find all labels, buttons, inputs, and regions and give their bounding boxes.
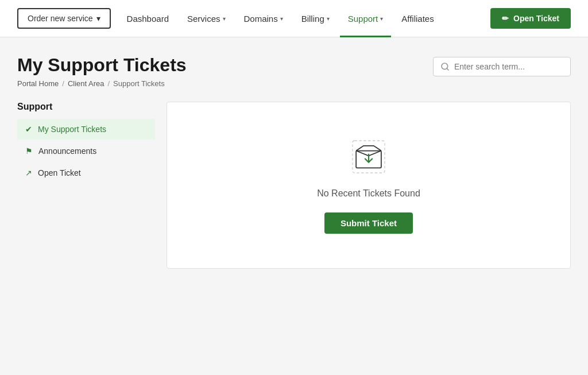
ticket-icon: ✔	[25, 125, 32, 134]
pencil-icon: ✏	[502, 14, 509, 23]
nav-domains[interactable]: Domains ▾	[236, 0, 291, 37]
billing-chevron-icon: ▾	[327, 16, 330, 22]
no-tickets-text: No Recent Tickets Found	[317, 188, 420, 199]
search-icon	[440, 62, 450, 71]
no-tickets-icon	[349, 137, 389, 177]
search-input[interactable]	[454, 62, 563, 71]
nav-billing[interactable]: Billing ▾	[293, 0, 338, 37]
open-ticket-button[interactable]: ✏ Open Ticket	[490, 8, 571, 29]
order-btn-label: Order new service	[28, 14, 93, 23]
sidebar-label-my-support-tickets: My Support Tickets	[38, 125, 106, 134]
sidebar-item-my-support-tickets[interactable]: ✔ My Support Tickets	[17, 119, 155, 140]
sidebar-item-open-ticket[interactable]: ↗ Open Ticket	[17, 163, 155, 183]
page-title-section: My Support Tickets Portal Home / Client …	[17, 55, 187, 88]
content-area: My Support Tickets Portal Home / Client …	[0, 37, 588, 375]
page-title: My Support Tickets	[17, 55, 187, 76]
search-box[interactable]	[433, 57, 571, 76]
external-link-icon: ↗	[25, 168, 32, 177]
breadcrumb: Portal Home / Client Area / Support Tick…	[17, 79, 187, 88]
services-chevron-icon: ▾	[223, 16, 226, 22]
order-btn-chevron: ▾	[96, 14, 100, 23]
nav-support[interactable]: Support ▾	[340, 0, 392, 37]
sidebar-item-announcements[interactable]: ⚑ Announcements	[17, 141, 155, 161]
breadcrumb-current: Support Tickets	[113, 79, 165, 88]
nav-affiliates[interactable]: Affiliates	[393, 0, 442, 37]
order-new-service-button[interactable]: Order new service ▾	[17, 8, 111, 29]
svg-line-1	[447, 68, 448, 70]
sidebar: Support ✔ My Support Tickets ⚑ Announcem…	[17, 102, 155, 184]
navbar: Order new service ▾ Dashboard Services ▾…	[0, 0, 588, 37]
page-header: My Support Tickets Portal Home / Client …	[17, 55, 571, 88]
main-layout: Support ✔ My Support Tickets ⚑ Announcem…	[17, 102, 571, 269]
flag-icon: ⚑	[25, 146, 33, 156]
support-chevron-icon: ▾	[380, 16, 383, 22]
sidebar-label-announcements: Announcements	[38, 146, 96, 156]
nav-services[interactable]: Services ▾	[179, 0, 234, 37]
domains-chevron-icon: ▾	[280, 16, 283, 22]
nav-dashboard[interactable]: Dashboard	[119, 0, 177, 37]
sidebar-heading: Support	[17, 102, 155, 112]
breadcrumb-sep-2: /	[107, 79, 110, 88]
breadcrumb-sep-1: /	[62, 79, 64, 88]
sidebar-label-open-ticket: Open Ticket	[38, 168, 81, 177]
submit-ticket-button[interactable]: Submit Ticket	[324, 212, 413, 234]
breadcrumb-client-area[interactable]: Client Area	[68, 79, 105, 88]
main-panel: No Recent Tickets Found Submit Ticket	[167, 102, 571, 269]
breadcrumb-portal-home[interactable]: Portal Home	[17, 79, 59, 88]
